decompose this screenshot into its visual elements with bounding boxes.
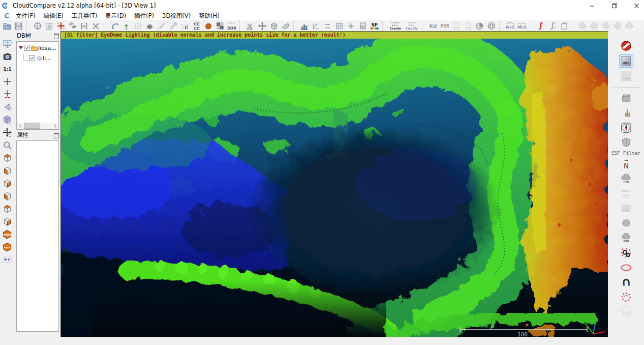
heptagon-icon[interactable] <box>620 217 633 229</box>
segment-scissors-icon[interactable] <box>244 21 256 32</box>
zoom-1to1-icon[interactable]: 1:1 <box>1 63 13 74</box>
menu-file[interactable]: 文件(F) <box>12 12 39 20</box>
red-s-curve-icon[interactable] <box>535 21 546 32</box>
label-cloud-icon[interactable] <box>144 21 156 32</box>
horizontal-scrollbar[interactable] <box>17 123 58 129</box>
back-view-icon[interactable]: BACK <box>1 241 13 252</box>
toolbar-handle[interactable] <box>2 34 12 36</box>
sample-points-icon[interactable] <box>156 21 167 32</box>
gray-plugin-icon-1[interactable] <box>577 21 589 32</box>
properties-list-icon[interactable] <box>43 21 55 32</box>
fine-registration-icon[interactable] <box>120 21 132 32</box>
dots-circle-icon[interactable] <box>620 291 633 303</box>
point-pair-register-icon[interactable] <box>55 21 67 32</box>
canupo-create-icon[interactable]: CANUPOCreate <box>387 21 404 32</box>
magnifier-icon[interactable] <box>1 139 13 151</box>
cloud-cloud-distance-icon[interactable]: CCCC <box>191 21 202 32</box>
normals-n-icon[interactable]: N <box>620 158 633 170</box>
view-cube-top-icon[interactable] <box>1 152 13 163</box>
minmax-icon[interactable] <box>322 21 333 32</box>
gray-plugin-icon-3[interactable] <box>600 21 612 32</box>
fm-icon[interactable]: FM <box>439 21 450 32</box>
translate-rotate-icon[interactable] <box>256 21 268 32</box>
calculator-icon[interactable] <box>357 21 369 32</box>
properties-header[interactable]: 属性 <box>14 131 61 139</box>
view-cube-front-icon[interactable] <box>1 165 13 176</box>
fullscreen-icon[interactable] <box>1 38 13 49</box>
scrollbar-thumb[interactable] <box>24 123 40 129</box>
back-arrow-icon[interactable] <box>1 101 13 112</box>
menu-tools[interactable]: 工具类(T) <box>68 12 101 20</box>
perspective-cube-icon[interactable] <box>1 114 13 125</box>
expand-caret-icon[interactable] <box>19 46 23 49</box>
stereo-glasses-icon[interactable] <box>1 254 13 265</box>
front-view-icon[interactable]: FRONT <box>1 228 13 240</box>
pan-icon[interactable] <box>1 127 13 138</box>
cloud-ruler-icon[interactable] <box>620 306 633 318</box>
add-icon[interactable] <box>345 21 357 32</box>
scroll-right-icon[interactable] <box>52 123 58 129</box>
ssao-icon[interactable]: SSAO <box>620 70 633 82</box>
shp-file-icon[interactable]: SHP <box>450 21 462 32</box>
float-panel-icon[interactable] <box>54 133 59 138</box>
pick-point-icon[interactable] <box>1 76 13 87</box>
s-dots-icon[interactable] <box>546 21 558 32</box>
gray-plugin-icon-4[interactable] <box>612 21 624 32</box>
screenshot-camera-icon[interactable] <box>1 50 13 62</box>
view-cube-right-icon[interactable] <box>1 190 13 202</box>
global-shift-icon[interactable] <box>32 21 43 32</box>
no-filter-icon[interactable] <box>620 40 633 52</box>
toolbar-handle[interactable] <box>621 35 631 37</box>
pcl-icon[interactable]: PCL <box>620 203 633 215</box>
chart-points-icon[interactable] <box>179 21 191 32</box>
float-panel-icon[interactable] <box>54 34 59 39</box>
gray-plugin-icon-2[interactable] <box>589 21 600 32</box>
unroll-icon[interactable] <box>558 21 570 32</box>
mesh-blob-icon[interactable] <box>202 21 214 32</box>
csv-file-icon[interactable]: CSV <box>462 21 474 32</box>
minimize-button[interactable] <box>588 2 595 9</box>
menu-edit[interactable]: 编辑(E) <box>40 12 67 20</box>
noise-filter-icon[interactable] <box>132 21 144 32</box>
rdb-icon[interactable]: RDB <box>620 232 633 244</box>
stat-grid-icon[interactable] <box>333 21 345 32</box>
restore-button[interactable] <box>610 2 618 9</box>
point-cloud-render[interactable]: 100 <box>61 32 608 337</box>
db-tree-panel[interactable]: liosa... li... <box>16 41 59 130</box>
open-icon[interactable] <box>1 21 13 32</box>
menu-help[interactable]: 帮助(H) <box>195 12 223 20</box>
menu-display[interactable]: 显示(D) <box>102 12 130 20</box>
view-cube-iso2-icon[interactable] <box>1 216 13 227</box>
db-tree-header[interactable]: DB树 <box>14 32 61 40</box>
checkbox-checked[interactable] <box>29 55 35 61</box>
mls-icon[interactable]: MLS <box>516 21 528 32</box>
compass-icon[interactable] <box>620 122 633 134</box>
broom-icon[interactable] <box>620 107 633 119</box>
view-cube-iso1-icon[interactable] <box>1 203 13 214</box>
hpr-icon[interactable]: HPR <box>620 173 633 185</box>
clipping-box-icon[interactable] <box>268 21 280 32</box>
curve-fit-icon[interactable] <box>310 21 322 32</box>
delete-icon[interactable] <box>90 21 102 32</box>
pie-sphere-icon[interactable] <box>474 21 485 32</box>
tree-item-cloud[interactable]: li... <box>17 54 58 62</box>
3d-viewport[interactable]: 100 [GL filter] EyeDome Lighting (disabl… <box>61 32 608 337</box>
sor-filter-icon[interactable]: SOR <box>226 21 237 32</box>
gray-plugin-icon-5[interactable] <box>624 21 635 32</box>
csf-shield-icon[interactable] <box>620 136 633 149</box>
merge-icon[interactable] <box>78 21 90 32</box>
kd-icon[interactable]: Kd <box>427 21 439 32</box>
animation-clapper-icon[interactable] <box>620 92 633 104</box>
scroll-left-icon[interactable] <box>17 123 23 129</box>
cross-section-icon[interactable] <box>280 21 291 32</box>
magnet-icon[interactable] <box>620 276 633 289</box>
npc-icon[interactable]: N+C <box>504 21 516 32</box>
pick-center-icon[interactable] <box>1 89 13 100</box>
gears-dots-icon[interactable] <box>620 247 633 259</box>
tree-item-group[interactable]: liosa... <box>17 44 58 52</box>
view-cube-left-icon[interactable] <box>1 178 13 189</box>
sf-colorscale-icon[interactable]: SF <box>369 21 380 32</box>
close-button[interactable] <box>633 2 640 9</box>
checkbox-checked[interactable] <box>24 45 30 51</box>
checkerboard-icon[interactable] <box>214 21 226 32</box>
